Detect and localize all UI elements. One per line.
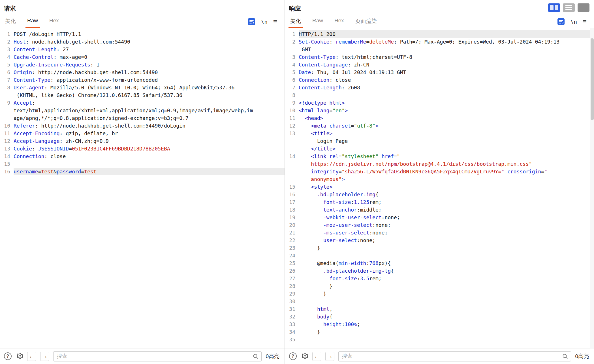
code-line[interactable]: 5Upgrade-Insecure-Requests: 1 (0, 61, 285, 68)
code-line[interactable]: 2Set-Cookie: rememberMe=deleteMe; Path=/… (285, 38, 594, 46)
code-line[interactable]: 8 (285, 91, 594, 99)
settings-gear-icon[interactable] (16, 352, 23, 360)
code-line[interactable]: 27 font-size:3.5rem; (285, 275, 594, 282)
code-line[interactable]: </title> (285, 145, 594, 152)
code-text: (KHTML, like Gecko) Chrome/121.0.6167.85… (14, 91, 285, 99)
newline-toggle[interactable]: \n (261, 19, 268, 25)
code-line[interactable]: 16 .bd-placeholder-img{ (285, 191, 594, 198)
scrollbar-thumb[interactable] (591, 38, 594, 120)
line-number: 32 (285, 313, 299, 320)
code-line[interactable]: 5Date: Thu, 04 Jul 2024 04:19:13 GMT (285, 68, 594, 76)
code-text: <meta charset="utf-8"> (299, 122, 594, 130)
code-line[interactable]: 19 -webkit-user-select:none; (285, 214, 594, 221)
help-icon[interactable]: ? (289, 352, 297, 360)
code-line[interactable]: 2Host: node.hackhub.get-shell.com:54490 (0, 38, 285, 46)
code-line[interactable]: 32 body{ (285, 313, 594, 320)
code-line[interactable]: (KHTML, like Gecko) Chrome/121.0.6167.85… (0, 91, 285, 99)
code-line[interactable]: 13 <title> (285, 130, 594, 137)
code-line[interactable]: 3Content-Type: text/html;charset=UTF-8 (285, 53, 594, 61)
response-editor[interactable]: 1HTTP/1.1 2002Set-Cookie: rememberMe=del… (285, 28, 594, 348)
stacked-view-button[interactable] (563, 3, 575, 12)
code-line[interactable]: 14Connection: close (0, 152, 285, 160)
tab-response-raw[interactable]: Raw (312, 16, 324, 28)
code-line[interactable]: anonymous"> (285, 175, 594, 183)
line-number: 10 (0, 122, 14, 130)
code-line[interactable]: 31 html, (285, 305, 594, 313)
back-arrow-button[interactable]: ← (312, 352, 321, 361)
line-number: 29 (285, 290, 299, 298)
request-editor[interactable]: 1POST /doLogin HTTP/1.12Host: node.hackh… (0, 28, 285, 348)
code-line[interactable]: 16username=test&password=test (0, 168, 285, 175)
code-line[interactable]: 11Accept-Encoding: gzip, deflate, br (0, 130, 285, 137)
code-text: <head> (299, 114, 594, 122)
code-line[interactable]: GMT (285, 46, 594, 53)
code-line[interactable]: age/apng,*/*;q=0.8,application/signed-ex… (0, 114, 285, 122)
response-search-input[interactable] (338, 351, 571, 361)
back-arrow-button[interactable]: ← (27, 352, 36, 361)
code-line[interactable]: 4Cache-Control: max-age=0 (0, 53, 285, 61)
code-line[interactable]: 17 font-size:1.125rem; (285, 198, 594, 206)
forward-arrow-button[interactable]: → (40, 352, 49, 361)
forward-arrow-button[interactable]: → (325, 352, 334, 361)
code-line[interactable]: 25 @media(min-width:768px){ (285, 259, 594, 267)
tab-response-beautify[interactable]: 美化 (290, 16, 302, 28)
code-text: <!doctype html> (299, 99, 594, 107)
tab-request-beautify[interactable]: 美化 (5, 16, 16, 28)
code-line[interactable]: 9<!doctype html> (285, 99, 594, 107)
code-line[interactable]: 12Accept-Language: zh-CN,zh;q=0.9 (0, 137, 285, 145)
response-highlight-count: 0高亮 (575, 353, 589, 360)
single-view-button[interactable] (578, 3, 589, 12)
code-line[interactable]: 1HTTP/1.1 200 (285, 30, 594, 38)
code-line[interactable]: 8User-Agent: Mozilla/5.0 (Windows NT 10.… (0, 84, 285, 91)
code-line[interactable]: 10Referer: http://node.hackhub.get-shell… (0, 122, 285, 130)
tab-response-render[interactable]: 页面渲染 (355, 16, 377, 28)
code-line[interactable]: 23 } (285, 244, 594, 252)
code-line[interactable]: 15 (0, 160, 285, 168)
tab-response-hex[interactable]: Hex (334, 16, 345, 28)
word-wrap-icon[interactable] (557, 18, 565, 25)
code-line[interactable]: 1POST /doLogin HTTP/1.1 (0, 30, 285, 38)
code-line[interactable]: 11 <head> (285, 114, 594, 122)
code-line[interactable]: 33 height:100%; (285, 320, 594, 328)
help-icon[interactable]: ? (4, 352, 12, 360)
code-line[interactable]: 15 <style> (285, 183, 594, 191)
code-line[interactable]: 24 (285, 252, 594, 259)
code-line[interactable]: 3Content-Length: 27 (0, 46, 285, 53)
code-line[interactable]: 7Content-Length: 2608 (285, 84, 594, 91)
two-column-view-button[interactable] (548, 3, 560, 12)
code-line[interactable]: 30 (285, 298, 594, 305)
settings-gear-icon[interactable] (301, 352, 308, 360)
code-line[interactable]: 6Connection: close (285, 76, 594, 84)
code-line[interactable]: text/html,application/xhtml+xml,applicat… (0, 107, 285, 114)
code-line[interactable]: 6Origin: http://node.hackhub.get-shell.c… (0, 68, 285, 76)
vertical-scrollbar[interactable] (590, 28, 594, 348)
code-line[interactable]: 28 } (285, 282, 594, 290)
code-line[interactable]: 18 text-anchor:middle; (285, 206, 594, 214)
word-wrap-icon[interactable] (248, 18, 255, 25)
code-line[interactable]: 34 } (285, 328, 594, 336)
code-line[interactable]: https://cdn.jsdelivr.net/npm/bootstrap@4… (285, 160, 594, 168)
code-line[interactable]: 22 user-select:none; (285, 236, 594, 244)
code-line[interactable]: 20 -moz-user-select:none; (285, 221, 594, 229)
code-line[interactable]: 7Content-Type: application/x-www-form-ur… (0, 76, 285, 84)
code-text: Accept-Encoding: gzip, deflate, br (14, 130, 285, 137)
code-line[interactable]: 29 } (285, 290, 594, 298)
code-line[interactable]: 12 <meta charset="utf-8"> (285, 122, 594, 130)
code-line[interactable]: 26 .bd-placeholder-img-lg{ (285, 267, 594, 275)
code-line[interactable]: 10<html lang="en"> (285, 107, 594, 114)
code-line[interactable]: 21 -ms-user-select:none; (285, 229, 594, 236)
code-line[interactable]: 35 (285, 336, 594, 343)
newline-toggle[interactable]: \n (571, 19, 577, 25)
code-line[interactable]: integrity="sha256-L/W5WfqfaOsdBNIKN9cG6Q… (285, 168, 594, 175)
code-line[interactable]: 13Cookie: JSESSIONID=051F023B1C4FF69BDBD… (0, 145, 285, 152)
tab-request-hex[interactable]: Hex (49, 16, 59, 28)
code-line[interactable]: 9Accept: (0, 99, 285, 107)
code-line[interactable]: Login Page (285, 137, 594, 145)
request-search-input[interactable] (53, 351, 262, 361)
tab-request-raw[interactable]: Raw (27, 16, 39, 28)
response-tabs: 美化 Raw Hex 页面渲染 (285, 16, 377, 28)
code-line[interactable]: 14 <link rel="stylesheet" href=" (285, 152, 594, 160)
editor-menu-icon[interactable]: ≡ (273, 18, 277, 25)
editor-menu-icon[interactable]: ≡ (583, 18, 587, 25)
code-line[interactable]: 4Content-Language: zh-CN (285, 61, 594, 68)
